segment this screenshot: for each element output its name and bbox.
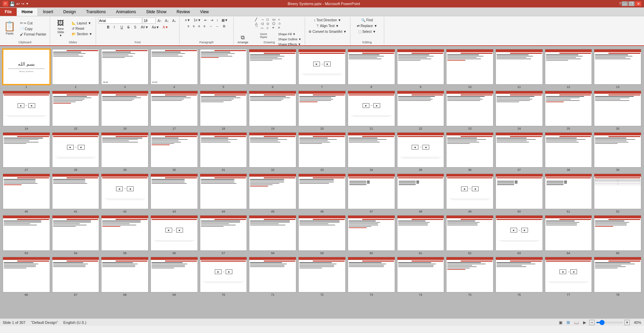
slide-thumb-40[interactable]: 40 bbox=[3, 174, 50, 213]
tab-view[interactable]: View bbox=[195, 8, 214, 16]
reading-view-btn[interactable]: 📖 bbox=[573, 320, 580, 325]
slide-thumb-46[interactable]: 46 bbox=[298, 174, 346, 213]
slide-thumb-58[interactable]: 58 bbox=[249, 215, 296, 255]
slide-thumb-54[interactable]: 54 bbox=[52, 215, 99, 255]
line-shape[interactable]: ╱ bbox=[255, 18, 260, 21]
slide-thumb-72[interactable]: 72 bbox=[298, 257, 346, 296]
increase-indent-btn[interactable]: ⇥ bbox=[209, 18, 214, 23]
slide-thumb-19[interactable]: 19 bbox=[249, 91, 296, 130]
layout-btn[interactable]: 📐 Layout ▼ bbox=[70, 21, 94, 26]
slide-thumb-18[interactable]: 18 bbox=[200, 91, 247, 130]
slide-thumb-27[interactable]: 27 bbox=[3, 132, 50, 172]
slide-thumb-57[interactable]: 57 bbox=[200, 215, 247, 255]
slide-thumb-35[interactable]: ▣ → ▣ 35 bbox=[397, 132, 444, 172]
slide-thumb-42[interactable]: ▣ → ▣ 42 bbox=[101, 174, 148, 213]
slide-thumb-59[interactable]: 59 bbox=[298, 215, 346, 255]
arrow-shape[interactable]: → bbox=[261, 18, 266, 21]
slide-panel[interactable]: بسم الله Binery Systems 1 bbox=[0, 46, 644, 318]
slide-thumb-9[interactable]: 9 bbox=[397, 49, 444, 89]
slide-thumb-77[interactable]: ▣ → ▣ 77 bbox=[545, 257, 592, 296]
pentagon-shape[interactable]: ⬠ bbox=[272, 22, 278, 25]
para-spacing-btn[interactable]: ↕ bbox=[215, 18, 220, 23]
slide-thumb-1[interactable]: بسم الله Binery Systems 1 bbox=[3, 49, 50, 89]
format-painter-btn[interactable]: 🖌 Format Painter bbox=[19, 32, 48, 37]
numbering-btn[interactable]: 1≡▼ bbox=[192, 18, 202, 23]
zoom-slider[interactable] bbox=[596, 322, 623, 323]
tab-file[interactable]: File bbox=[0, 8, 17, 16]
close-btn[interactable]: ✕ bbox=[635, 1, 641, 6]
slide-thumb-24[interactable]: 24 bbox=[496, 91, 543, 130]
slide-thumb-50[interactable]: 50 bbox=[496, 174, 543, 213]
slide-thumb-22[interactable]: 22 bbox=[397, 91, 444, 130]
quick-access-more[interactable]: ▼ bbox=[26, 2, 29, 5]
slide-thumb-74[interactable]: 74 bbox=[397, 257, 444, 296]
normal-view-btn[interactable]: ▣ bbox=[558, 320, 564, 325]
slide-thumb-70[interactable]: ▣ → ▣ 70 bbox=[200, 257, 247, 296]
tab-animations[interactable]: Animations bbox=[111, 8, 141, 16]
bullets-btn[interactable]: ≡▼ bbox=[184, 18, 192, 23]
decrease-font-btn[interactable]: A↓ bbox=[164, 18, 170, 23]
increase-font-btn[interactable]: A↑ bbox=[156, 18, 163, 23]
more-shapes4[interactable]: ⌖ bbox=[272, 26, 278, 30]
slide-thumb-32[interactable]: 32 bbox=[249, 132, 296, 172]
tab-review[interactable]: Review bbox=[171, 8, 195, 16]
smartart-convert-btn[interactable]: ⚙ bbox=[221, 24, 227, 29]
slide-thumb-37[interactable]: 37 bbox=[496, 132, 543, 172]
cut-btn[interactable]: ✂ ✂ Cut bbox=[19, 20, 48, 26]
find-btn[interactable]: 🔍 Find bbox=[360, 18, 374, 23]
oval-shape[interactable]: ○ bbox=[278, 18, 283, 21]
slide-thumb-69[interactable]: 69 bbox=[151, 257, 198, 296]
rect-shape[interactable]: □ bbox=[267, 18, 272, 21]
rtl-btn[interactable]: → bbox=[208, 24, 214, 29]
star-shape[interactable]: ☆ bbox=[278, 22, 283, 25]
slide-thumb-20[interactable]: 20 bbox=[298, 91, 346, 130]
slide-thumb-4[interactable]: 00:054 bbox=[151, 49, 198, 89]
slide-thumb-39[interactable]: 39 bbox=[594, 132, 641, 172]
tab-slideshow[interactable]: Slide Show bbox=[141, 8, 171, 16]
ltr-btn[interactable]: ← bbox=[214, 24, 221, 29]
slide-thumb-33[interactable]: 33 bbox=[298, 132, 346, 172]
slide-thumb-34[interactable]: 34 bbox=[348, 132, 395, 172]
triangle-shape[interactable]: △ bbox=[255, 22, 260, 25]
change-case-btn[interactable]: Aa▼ bbox=[151, 25, 161, 30]
slide-thumb-21[interactable]: ▣ → ▣ 21 bbox=[348, 91, 395, 130]
align-center-btn[interactable]: ≡ bbox=[191, 24, 196, 29]
slide-thumb-13[interactable]: 13 bbox=[594, 49, 641, 89]
rounded-rect-shape[interactable]: ▭ bbox=[272, 18, 278, 21]
slide-thumb-61[interactable]: 61 bbox=[397, 215, 444, 255]
slide-thumb-55[interactable]: 55 bbox=[101, 215, 148, 255]
slide-thumb-29[interactable]: 29 bbox=[101, 132, 148, 172]
section-btn[interactable]: 📂 Section ▼ bbox=[70, 31, 94, 37]
align-right-btn[interactable]: ≡ bbox=[197, 24, 202, 29]
slide-sorter-btn[interactable]: ⊞ bbox=[566, 320, 571, 325]
font-name-input[interactable] bbox=[98, 18, 142, 24]
slide-thumb-23[interactable]: 23 bbox=[446, 91, 493, 130]
replace-btn[interactable]: ⇄ Replace ▼ bbox=[355, 23, 378, 28]
new-slide-btn[interactable]: 🖼 NewSlide ▼ bbox=[52, 18, 69, 39]
slide-thumb-51[interactable]: 51 bbox=[545, 174, 592, 213]
arrange-btn[interactable]: ⧉ Arrange bbox=[236, 32, 250, 46]
slide-thumb-62[interactable]: 62 bbox=[446, 215, 493, 255]
zoom-out-btn[interactable]: − bbox=[589, 320, 595, 325]
slide-thumb-63[interactable]: ▣ → ▣ 63 bbox=[496, 215, 543, 255]
rtriangle-shape[interactable]: ◁ bbox=[261, 22, 266, 25]
font-color-btn[interactable]: A▼ bbox=[161, 25, 170, 30]
slide-thumb-6[interactable]: 6 bbox=[249, 49, 296, 89]
more-shapes3[interactable]: ⌕ bbox=[267, 26, 272, 30]
slide-thumb-3[interactable]: 00:053 bbox=[101, 49, 148, 89]
slideshow-btn[interactable]: ▶ bbox=[582, 320, 587, 325]
tab-home[interactable]: Home bbox=[17, 8, 38, 16]
slide-thumb-25[interactable]: 25 bbox=[545, 91, 592, 130]
slide-thumb-11[interactable]: 11 bbox=[496, 49, 543, 89]
slide-thumb-47[interactable]: 47 bbox=[348, 174, 395, 213]
slide-thumb-76[interactable]: 76 bbox=[496, 257, 543, 296]
shape-fill-btn[interactable]: Shape Fill ▼ bbox=[277, 32, 302, 37]
slide-thumb-41[interactable]: 41 bbox=[52, 174, 99, 213]
clear-format-btn[interactable]: Aₓ bbox=[171, 18, 177, 23]
more-shapes5[interactable]: ⌗ bbox=[278, 26, 283, 30]
slide-thumb-26[interactable]: 26 bbox=[594, 91, 641, 130]
font-size-input[interactable] bbox=[143, 18, 156, 24]
more-shapes2[interactable]: ⌓ bbox=[261, 26, 266, 30]
convert-smartart-btn[interactable]: ⚙ Convert to SmartArt ▼ bbox=[307, 29, 348, 34]
more-shapes1[interactable]: ⌒ bbox=[255, 26, 260, 30]
